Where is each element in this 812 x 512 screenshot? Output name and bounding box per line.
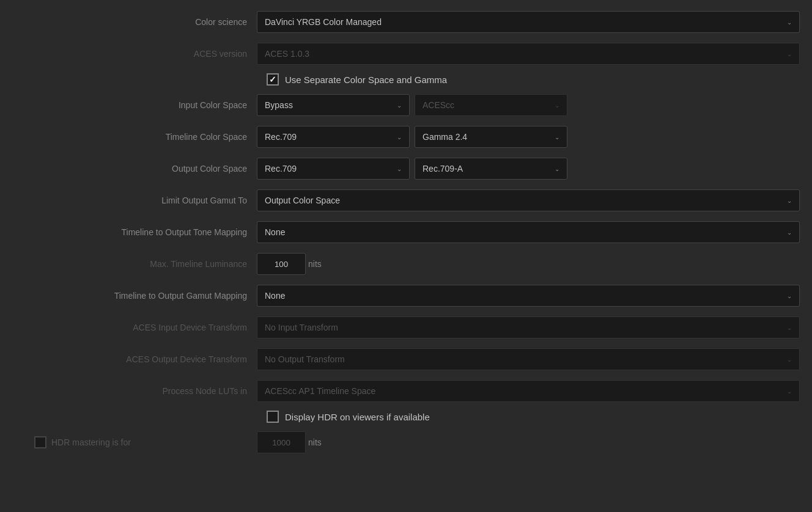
aces-input-device-transform-dropdown[interactable]: No Input Transform ⌄ [257,316,800,338]
chevron-down-icon: ⌄ [787,197,792,204]
process-node-luts-value: ACEScc AP1 Timeline Space [265,386,782,396]
output-color-space-value1: Rec.709 [265,164,392,174]
display-hdr-row: Display HDR on viewers if available [267,411,800,423]
timeline-output-tone-mapping-dropdown[interactable]: None ⌄ [257,221,800,243]
aces-input-device-transform-value: No Input Transform [265,323,782,332]
chevron-down-icon: ⌄ [787,229,792,236]
chevron-down-icon: ⌄ [555,166,559,172]
separate-color-space-checkbox[interactable]: ✓ [267,73,279,86]
aces-version-row: ACES version ACES 1.0.3 ⌄ [12,42,800,66]
limit-output-gamut-row: Limit Output Gamut To Output Color Space… [12,188,800,213]
timeline-output-tone-mapping-controls: None ⌄ [257,221,800,243]
timeline-output-gamut-mapping-value: None [265,291,782,301]
color-science-dropdown[interactable]: DaVinci YRGB Color Managed ⌄ [257,11,800,33]
aces-version-value: ACES 1.0.3 [265,49,782,59]
limit-output-gamut-value: Output Color Space [265,196,782,205]
timeline-color-space-value1: Rec.709 [265,132,392,142]
chevron-down-icon: ⌄ [787,19,792,26]
color-science-value: DaVinci YRGB Color Managed [265,17,782,27]
hdr-mastering-row: HDR mastering is for 1000 nits [12,430,800,455]
output-color-space-value2: Rec.709-A [423,164,550,174]
aces-output-device-transform-label: ACES Output Device Transform [12,354,257,364]
settings-panel: Color science DaVinci YRGB Color Managed… [0,0,812,472]
input-color-space-controls: Bypass ⌄ ACEScc ⌄ [257,94,800,116]
timeline-output-gamut-mapping-row: Timeline to Output Gamut Mapping None ⌄ [12,283,800,308]
aces-output-device-transform-value: No Output Transform [265,354,782,364]
output-color-space-dropdown2[interactable]: Rec.709-A ⌄ [415,158,567,180]
input-color-space-value2: ACEScc [423,100,550,110]
timeline-output-gamut-mapping-dropdown[interactable]: None ⌄ [257,285,800,307]
aces-version-dropdown[interactable]: ACES 1.0.3 ⌄ [257,43,800,65]
timeline-color-space-controls: Rec.709 ⌄ Gamma 2.4 ⌄ [257,126,800,148]
aces-input-device-transform-row: ACES Input Device Transform No Input Tra… [12,315,800,340]
aces-version-controls: ACES 1.0.3 ⌄ [257,43,800,65]
max-timeline-luminance-label: Max. Timeline Luminance [12,259,257,269]
hdr-mastering-input[interactable]: 1000 [257,431,306,453]
aces-output-device-transform-dropdown[interactable]: No Output Transform ⌄ [257,348,800,370]
limit-output-gamut-controls: Output Color Space ⌄ [257,189,800,211]
timeline-output-gamut-mapping-label: Timeline to Output Gamut Mapping [12,291,257,301]
max-timeline-luminance-input[interactable]: 100 [257,253,306,275]
color-science-row: Color science DaVinci YRGB Color Managed… [12,10,800,34]
input-color-space-value1: Bypass [265,100,392,110]
timeline-output-tone-mapping-label: Timeline to Output Tone Mapping [12,227,257,237]
separate-color-space-label: Use Separate Color Space and Gamma [285,75,447,85]
timeline-color-space-dropdown2[interactable]: Gamma 2.4 ⌄ [415,126,567,148]
timeline-output-tone-mapping-value: None [265,227,782,237]
display-hdr-label: Display HDR on viewers if available [285,412,430,422]
output-color-space-dropdown1[interactable]: Rec.709 ⌄ [257,158,410,180]
hdr-mastering-label: HDR mastering is for [51,437,131,447]
chevron-down-icon: ⌄ [787,356,792,363]
timeline-output-tone-mapping-row: Timeline to Output Tone Mapping None ⌄ [12,220,800,244]
input-color-space-dropdown1[interactable]: Bypass ⌄ [257,94,410,116]
aces-output-device-transform-controls: No Output Transform ⌄ [257,348,800,370]
hdr-mastering-left: HDR mastering is for [12,436,257,448]
chevron-down-icon: ⌄ [787,388,792,395]
input-color-space-label: Input Color Space [12,100,257,110]
chevron-down-icon: ⌄ [397,102,402,109]
checkmark-icon: ✓ [269,75,276,84]
chevron-down-icon: ⌄ [787,51,792,57]
max-timeline-luminance-units: nits [308,259,322,269]
aces-output-device-transform-row: ACES Output Device Transform No Output T… [12,347,800,371]
chevron-down-icon: ⌄ [787,324,792,331]
color-science-controls: DaVinci YRGB Color Managed ⌄ [257,11,800,33]
chevron-down-icon: ⌄ [555,102,559,109]
chevron-down-icon: ⌄ [555,134,559,141]
aces-version-label: ACES version [12,49,257,59]
output-color-space-row: Output Color Space Rec.709 ⌄ Rec.709-A ⌄ [12,156,800,181]
aces-input-device-transform-controls: No Input Transform ⌄ [257,316,800,338]
hdr-mastering-checkbox[interactable] [34,436,46,448]
process-node-luts-label: Process Node LUTs in [12,386,257,396]
output-color-space-label: Output Color Space [12,164,257,174]
limit-output-gamut-label: Limit Output Gamut To [12,196,257,205]
chevron-down-icon: ⌄ [397,134,402,141]
limit-output-gamut-dropdown[interactable]: Output Color Space ⌄ [257,189,800,211]
output-color-space-controls: Rec.709 ⌄ Rec.709-A ⌄ [257,158,800,180]
process-node-luts-row: Process Node LUTs in ACEScc AP1 Timeline… [12,379,800,403]
timeline-color-space-row: Timeline Color Space Rec.709 ⌄ Gamma 2.4… [12,125,800,149]
chevron-down-icon: ⌄ [397,166,402,172]
color-science-label: Color science [12,17,257,27]
chevron-down-icon: ⌄ [787,293,792,299]
input-color-space-dropdown2[interactable]: ACEScc ⌄ [415,94,567,116]
display-hdr-checkbox[interactable] [267,411,279,423]
max-timeline-luminance-row: Max. Timeline Luminance 100 nits [12,252,800,276]
separate-color-space-row: ✓ Use Separate Color Space and Gamma [267,73,800,86]
timeline-color-space-label: Timeline Color Space [12,132,257,142]
process-node-luts-dropdown[interactable]: ACEScc AP1 Timeline Space ⌄ [257,380,800,402]
timeline-color-space-dropdown1[interactable]: Rec.709 ⌄ [257,126,410,148]
input-color-space-row: Input Color Space Bypass ⌄ ACEScc ⌄ [12,93,800,117]
hdr-mastering-units: nits [308,437,322,447]
aces-input-device-transform-label: ACES Input Device Transform [12,323,257,332]
timeline-color-space-value2: Gamma 2.4 [423,132,550,142]
timeline-output-gamut-mapping-controls: None ⌄ [257,285,800,307]
process-node-luts-controls: ACEScc AP1 Timeline Space ⌄ [257,380,800,402]
